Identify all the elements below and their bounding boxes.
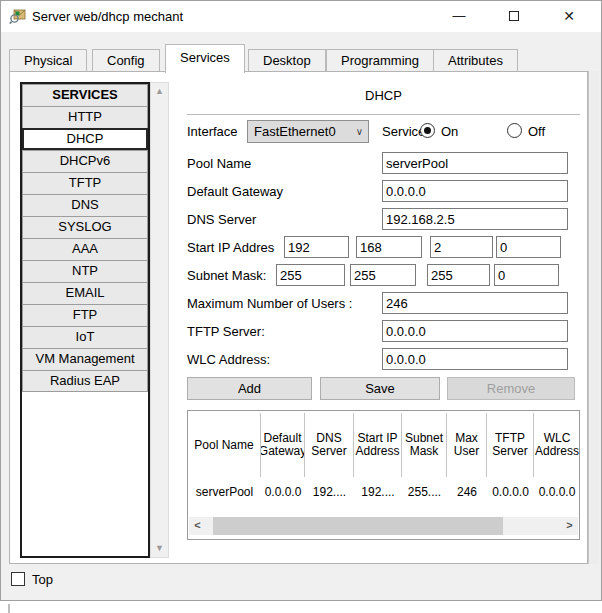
interface-select[interactable]: FastEthernet0 ∨ <box>247 120 369 143</box>
sidebar-item-tftp[interactable]: TFTP <box>22 172 148 194</box>
server-config-window: Server web/dhcp mechant — ✕ Physical Con… <box>0 0 602 601</box>
scroll-down-icon[interactable]: ▼ <box>151 540 168 557</box>
start-ip-octet-1[interactable] <box>284 236 349 258</box>
services-page: SERVICES HTTP DHCP DHCPv6 TFTP DNS SYSLO… <box>9 71 588 564</box>
subnet-mask-label: Subnet Mask: <box>187 268 267 283</box>
sidebar-item-dhcpv6[interactable]: DHCPv6 <box>22 150 148 172</box>
packet-tracer-app-icon <box>9 8 26 25</box>
start-ip-octet-2[interactable] <box>356 236 422 258</box>
sidebar-item-email[interactable]: EMAIL <box>22 282 148 304</box>
subnet-mask-octet-2[interactable] <box>350 264 416 286</box>
cell-subnet-mask: 255.... <box>402 481 447 503</box>
cell-default-gateway: 0.0.0.0 <box>261 481 305 503</box>
tftp-server-label: TFTP Server: <box>187 324 265 339</box>
col-header-wlc-address: WLC Address <box>534 413 580 477</box>
sidebar-item-dns[interactable]: DNS <box>22 194 148 216</box>
col-header-subnet-mask: Subnet Mask <box>402 413 447 477</box>
scroll-right-icon[interactable]: > <box>561 517 578 535</box>
maximize-icon[interactable] <box>497 1 531 31</box>
default-gateway-input[interactable] <box>382 180 568 202</box>
sidebar-item-radius-eap[interactable]: Radius EAP <box>22 370 148 392</box>
title-divider <box>187 114 580 115</box>
table-horizontal-scrollbar[interactable]: < > <box>189 517 578 535</box>
tab-config[interactable]: Config <box>92 49 160 72</box>
interface-value: FastEthernet0 <box>254 124 336 139</box>
default-gateway-label: Default Gateway <box>187 184 283 199</box>
close-icon[interactable]: ✕ <box>552 1 586 31</box>
sidebar-item-iot[interactable]: IoT <box>22 326 148 348</box>
col-header-pool-name: Pool Name <box>188 413 261 477</box>
maximize-box-glyph <box>509 11 519 21</box>
col-header-dns-server: DNS Server <box>305 413 354 477</box>
dns-server-input[interactable] <box>382 208 568 230</box>
wlc-address-input[interactable] <box>382 348 568 370</box>
cell-dns-server: 192.... <box>305 481 354 503</box>
sidebar-scrollbar[interactable]: ▲ ▼ <box>150 82 169 558</box>
service-label: Service <box>382 124 425 139</box>
sidebar-item-ntp[interactable]: NTP <box>22 260 148 282</box>
title-bar: Server web/dhcp mechant — ✕ <box>1 1 601 32</box>
tab-desktop[interactable]: Desktop <box>248 49 326 72</box>
col-header-start-ip: Start IP Address <box>354 413 402 477</box>
start-ip-octet-3[interactable] <box>430 236 493 258</box>
service-on-label: On <box>441 124 458 139</box>
background-window-edge <box>8 604 10 613</box>
services-sidebar: SERVICES HTTP DHCP DHCPv6 TFTP DNS SYSLO… <box>20 82 150 558</box>
scroll-left-icon[interactable]: < <box>189 517 206 535</box>
cell-tftp-server: 0.0.0.0 <box>487 481 534 503</box>
top-checkbox-label: Top <box>32 572 53 587</box>
scrollbar-thumb[interactable] <box>213 517 503 535</box>
top-checkbox[interactable] <box>11 572 25 586</box>
tab-programming[interactable]: Programming <box>326 49 434 72</box>
tab-services[interactable]: Services <box>165 44 245 73</box>
subnet-mask-octet-4[interactable] <box>494 264 559 286</box>
pool-name-input[interactable] <box>382 152 568 174</box>
dns-server-label: DNS Server <box>187 212 256 227</box>
start-ip-octet-4[interactable] <box>496 236 561 258</box>
chevron-down-icon: ∨ <box>356 121 363 142</box>
dhcp-pool-table: Pool Name Default Gateway DNS Server Sta… <box>187 410 580 540</box>
radio-dot <box>424 127 431 134</box>
service-off-label: Off <box>528 124 545 139</box>
wlc-address-label: WLC Address: <box>187 352 270 367</box>
service-on-radio[interactable] <box>420 123 435 138</box>
sidebar-header-services: SERVICES <box>22 84 148 106</box>
sidebar-item-ftp[interactable]: FTP <box>22 304 148 326</box>
tab-physical[interactable]: Physical <box>9 49 87 72</box>
save-button[interactable]: Save <box>320 377 440 400</box>
window-title: Server web/dhcp mechant <box>32 9 183 24</box>
col-header-max-user: Max User <box>447 413 487 477</box>
subnet-mask-octet-3[interactable] <box>427 264 490 286</box>
max-users-label: Maximum Number of Users : <box>187 296 352 311</box>
sidebar-item-aaa[interactable]: AAA <box>22 238 148 260</box>
col-header-tftp-server: TFTP Server <box>487 413 534 477</box>
add-button[interactable]: Add <box>187 377 312 400</box>
page-title: DHCP <box>187 88 580 103</box>
cell-wlc-address: 0.0.0.0 <box>534 481 580 503</box>
sidebar-item-syslog[interactable]: SYSLOG <box>22 216 148 238</box>
max-users-input[interactable] <box>382 292 568 314</box>
sidebar-item-vm-management[interactable]: VM Management <box>22 348 148 370</box>
pool-table-header-row: Pool Name Default Gateway DNS Server Sta… <box>188 413 580 477</box>
sidebar-item-http[interactable]: HTTP <box>22 106 148 128</box>
interface-label: Interface <box>187 124 238 139</box>
tab-attributes[interactable]: Attributes <box>433 49 518 72</box>
minimize-icon[interactable]: — <box>442 1 476 31</box>
col-header-default-gateway: Default Gateway <box>261 413 305 477</box>
scroll-up-icon[interactable]: ▲ <box>151 83 168 100</box>
remove-button: Remove <box>447 377 575 400</box>
cell-max-user: 246 <box>447 481 487 503</box>
service-off-radio[interactable] <box>507 123 522 138</box>
table-row[interactable]: serverPool 0.0.0.0 192.... 192.... 255..… <box>188 481 580 503</box>
content-right-strip <box>588 71 599 564</box>
tftp-server-input[interactable] <box>382 320 568 342</box>
cell-pool-name: serverPool <box>188 481 261 503</box>
start-ip-label: Start IP Addres <box>187 240 274 255</box>
sidebar-item-dhcp[interactable]: DHCP <box>22 128 148 150</box>
pool-name-label: Pool Name <box>187 156 251 171</box>
cell-start-ip: 192.... <box>354 481 402 503</box>
subnet-mask-octet-1[interactable] <box>276 264 345 286</box>
dhcp-form: DHCP Interface FastEthernet0 ∨ Service O… <box>170 72 589 565</box>
